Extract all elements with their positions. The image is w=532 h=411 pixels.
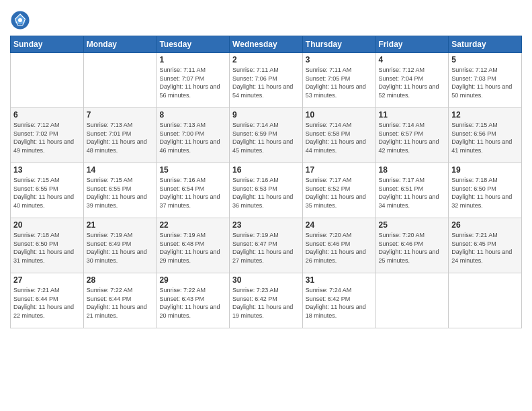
logo-icon [10,10,30,30]
day-info: Sunrise: 7:22 AMSunset: 6:44 PMDaylight:… [87,286,154,320]
day-info: Sunrise: 7:12 AMSunset: 7:03 PMDaylight:… [451,66,519,99]
day-cell: 10Sunrise: 7:14 AMSunset: 6:58 PMDayligh… [302,108,375,163]
day-info: Sunrise: 7:11 AMSunset: 7:06 PMDaylight:… [232,66,300,99]
weekday-friday: Friday [375,36,449,53]
day-info: Sunrise: 7:13 AMSunset: 7:01 PMDaylight:… [87,121,154,154]
header [10,7,522,30]
day-info: Sunrise: 7:15 AMSunset: 6:56 PMDaylight:… [451,121,519,154]
day-cell: 2Sunrise: 7:11 AMSunset: 7:06 PMDaylight… [230,53,303,108]
calendar-container: SundayMondayTuesdayWednesdayThursdayFrid… [0,0,532,411]
week-row-2: 6Sunrise: 7:12 AMSunset: 7:02 PMDaylight… [11,108,522,163]
svg-point-1 [18,18,22,22]
day-number: 8 [159,110,226,120]
day-cell: 11Sunrise: 7:14 AMSunset: 6:57 PMDayligh… [375,108,449,163]
day-cell: 12Sunrise: 7:15 AMSunset: 6:56 PMDayligh… [449,108,522,163]
week-row-3: 13Sunrise: 7:15 AMSunset: 6:55 PMDayligh… [11,163,522,218]
weekday-saturday: Saturday [449,36,522,53]
day-info: Sunrise: 7:13 AMSunset: 7:00 PMDaylight:… [159,121,226,154]
day-number: 27 [13,275,81,285]
day-info: Sunrise: 7:14 AMSunset: 6:57 PMDaylight:… [379,121,446,154]
day-info: Sunrise: 7:18 AMSunset: 6:50 PMDaylight:… [13,231,81,265]
day-cell: 16Sunrise: 7:16 AMSunset: 6:53 PMDayligh… [230,163,303,218]
day-number: 23 [232,220,300,230]
day-info: Sunrise: 7:11 AMSunset: 7:07 PMDaylight:… [159,66,226,99]
day-number: 19 [451,165,519,175]
day-cell: 3Sunrise: 7:11 AMSunset: 7:05 PMDaylight… [302,53,375,108]
day-info: Sunrise: 7:19 AMSunset: 6:48 PMDaylight:… [159,231,226,265]
day-cell: 25Sunrise: 7:20 AMSunset: 6:46 PMDayligh… [375,218,449,273]
day-number: 7 [87,110,154,120]
day-cell: 31Sunrise: 7:24 AMSunset: 6:42 PMDayligh… [302,273,375,328]
day-info: Sunrise: 7:17 AMSunset: 6:52 PMDaylight:… [306,176,373,210]
day-number: 9 [232,110,300,120]
day-info: Sunrise: 7:20 AMSunset: 6:46 PMDaylight:… [306,231,373,265]
day-number: 6 [13,110,81,120]
day-cell: 30Sunrise: 7:23 AMSunset: 6:42 PMDayligh… [230,273,303,328]
week-row-5: 27Sunrise: 7:21 AMSunset: 6:44 PMDayligh… [11,273,522,328]
weekday-monday: Monday [83,36,157,53]
week-row-1: 1Sunrise: 7:11 AMSunset: 7:07 PMDaylight… [11,53,522,108]
day-number: 17 [306,165,373,175]
day-cell [375,273,449,328]
day-info: Sunrise: 7:17 AMSunset: 6:51 PMDaylight:… [379,176,446,210]
day-cell: 21Sunrise: 7:19 AMSunset: 6:49 PMDayligh… [83,218,157,273]
day-info: Sunrise: 7:12 AMSunset: 7:04 PMDaylight:… [379,66,446,99]
day-info: Sunrise: 7:16 AMSunset: 6:54 PMDaylight:… [159,176,226,210]
day-number: 21 [87,220,154,230]
day-cell: 17Sunrise: 7:17 AMSunset: 6:52 PMDayligh… [302,163,375,218]
day-cell: 26Sunrise: 7:21 AMSunset: 6:45 PMDayligh… [449,218,522,273]
day-cell: 15Sunrise: 7:16 AMSunset: 6:54 PMDayligh… [157,163,230,218]
day-info: Sunrise: 7:24 AMSunset: 6:42 PMDaylight:… [306,286,373,320]
day-info: Sunrise: 7:23 AMSunset: 6:42 PMDaylight:… [232,286,300,320]
day-number: 11 [379,110,446,120]
day-info: Sunrise: 7:15 AMSunset: 6:55 PMDaylight:… [13,176,81,210]
day-cell: 9Sunrise: 7:14 AMSunset: 6:59 PMDaylight… [230,108,303,163]
day-info: Sunrise: 7:16 AMSunset: 6:53 PMDaylight:… [232,176,300,210]
day-info: Sunrise: 7:19 AMSunset: 6:47 PMDaylight:… [232,231,300,265]
day-cell [449,273,522,328]
logo [10,10,33,30]
day-number: 5 [451,55,519,64]
day-number: 13 [13,165,81,175]
day-cell: 28Sunrise: 7:22 AMSunset: 6:44 PMDayligh… [83,273,157,328]
day-number: 31 [306,275,373,285]
day-cell: 22Sunrise: 7:19 AMSunset: 6:48 PMDayligh… [157,218,230,273]
day-cell: 29Sunrise: 7:22 AMSunset: 6:43 PMDayligh… [157,273,230,328]
day-info: Sunrise: 7:14 AMSunset: 6:58 PMDaylight:… [306,121,373,154]
day-info: Sunrise: 7:21 AMSunset: 6:45 PMDaylight:… [451,231,519,265]
day-info: Sunrise: 7:14 AMSunset: 6:59 PMDaylight:… [232,121,300,154]
day-info: Sunrise: 7:15 AMSunset: 6:55 PMDaylight:… [87,176,154,210]
day-number: 26 [451,220,519,230]
day-number: 30 [232,275,300,285]
day-info: Sunrise: 7:20 AMSunset: 6:46 PMDaylight:… [379,231,446,265]
calendar-table: SundayMondayTuesdayWednesdayThursdayFrid… [10,36,522,328]
week-row-4: 20Sunrise: 7:18 AMSunset: 6:50 PMDayligh… [11,218,522,273]
day-cell: 18Sunrise: 7:17 AMSunset: 6:51 PMDayligh… [375,163,449,218]
day-number: 2 [232,55,300,64]
day-number: 3 [306,55,373,64]
day-cell: 19Sunrise: 7:18 AMSunset: 6:50 PMDayligh… [449,163,522,218]
weekday-header-row: SundayMondayTuesdayWednesdayThursdayFrid… [11,36,522,53]
day-cell: 23Sunrise: 7:19 AMSunset: 6:47 PMDayligh… [230,218,303,273]
weekday-sunday: Sunday [11,36,84,53]
day-cell: 8Sunrise: 7:13 AMSunset: 7:00 PMDaylight… [157,108,230,163]
day-number: 15 [159,165,226,175]
day-number: 18 [379,165,446,175]
day-info: Sunrise: 7:18 AMSunset: 6:50 PMDaylight:… [451,176,519,210]
day-number: 10 [306,110,373,120]
day-number: 22 [159,220,226,230]
day-cell: 14Sunrise: 7:15 AMSunset: 6:55 PMDayligh… [83,163,157,218]
weekday-tuesday: Tuesday [157,36,230,53]
day-cell: 6Sunrise: 7:12 AMSunset: 7:02 PMDaylight… [11,108,84,163]
day-number: 16 [232,165,300,175]
day-number: 4 [379,55,446,64]
day-cell: 4Sunrise: 7:12 AMSunset: 7:04 PMDaylight… [375,53,449,108]
day-number: 20 [13,220,81,230]
day-info: Sunrise: 7:12 AMSunset: 7:02 PMDaylight:… [13,121,81,154]
day-number: 24 [306,220,373,230]
weekday-wednesday: Wednesday [230,36,303,53]
day-info: Sunrise: 7:21 AMSunset: 6:44 PMDaylight:… [13,286,81,320]
day-cell [83,53,157,108]
day-cell: 7Sunrise: 7:13 AMSunset: 7:01 PMDaylight… [83,108,157,163]
day-number: 29 [159,275,226,285]
